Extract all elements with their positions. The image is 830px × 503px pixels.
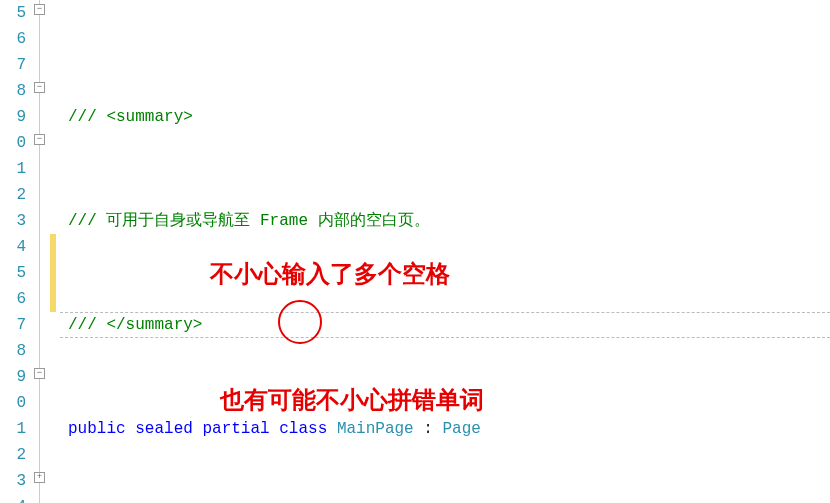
change-margin — [50, 0, 60, 503]
line-number: 5 — [0, 0, 26, 26]
line-number: 9 — [0, 104, 26, 130]
line-number: 1 — [0, 156, 26, 182]
line-number: 6 — [0, 26, 26, 52]
line-number: 4 — [0, 494, 26, 503]
code-line[interactable]: /// </summary> — [68, 312, 830, 338]
line-number: 8 — [0, 338, 26, 364]
line-number: 7 — [0, 52, 26, 78]
code-line[interactable]: /// <summary> — [68, 104, 830, 130]
modified-indicator — [50, 234, 56, 312]
line-number: 0 — [0, 130, 26, 156]
fold-guide-line — [39, 0, 40, 503]
code-line[interactable]: /// 可用于自身或导航至 Frame 内部的空白页。 — [68, 208, 830, 234]
line-number: 6 — [0, 286, 26, 312]
line-number: 5 — [0, 260, 26, 286]
line-number: 2 — [0, 442, 26, 468]
fold-toggle-icon[interactable]: − — [34, 4, 45, 15]
line-number: 4 — [0, 234, 26, 260]
code-area[interactable]: /// <summary> /// 可用于自身或导航至 Frame 内部的空白页… — [60, 0, 830, 503]
fold-gutter: − − − − + — [30, 0, 50, 503]
line-number: 1 — [0, 416, 26, 442]
line-number-gutter: 5 6 7 8 9 0 1 2 3 4 5 6 7 8 9 0 1 2 3 4 — [0, 0, 30, 503]
line-number: 3 — [0, 208, 26, 234]
fold-toggle-icon[interactable]: + — [34, 472, 45, 483]
fold-toggle-icon[interactable]: − — [34, 82, 45, 93]
line-number: 3 — [0, 468, 26, 494]
line-number: 2 — [0, 182, 26, 208]
line-number: 7 — [0, 312, 26, 338]
fold-toggle-icon[interactable]: − — [34, 368, 45, 379]
line-number: 0 — [0, 390, 26, 416]
fold-toggle-icon[interactable]: − — [34, 134, 45, 145]
line-number: 9 — [0, 364, 26, 390]
line-number: 8 — [0, 78, 26, 104]
code-line[interactable]: public sealed partial class MainPage : P… — [68, 416, 830, 442]
code-editor[interactable]: 5 6 7 8 9 0 1 2 3 4 5 6 7 8 9 0 1 2 3 4 … — [0, 0, 830, 503]
